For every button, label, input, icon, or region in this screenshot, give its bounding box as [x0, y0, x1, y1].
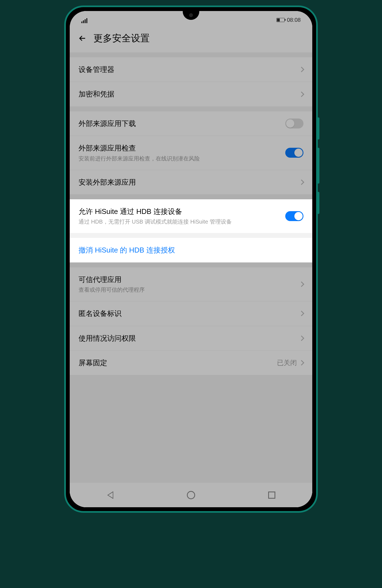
phone-frame: 08:08 更多安全设置 设备管理器 加密和凭据 [64, 6, 318, 513]
row-device-admin[interactable]: 设备管理器 [70, 57, 312, 82]
row-external-check[interactable]: 外部来源应用检查 安装前进行外部来源应用检查，在线识别潜在风险 [70, 136, 312, 170]
row-usage-access[interactable]: 使用情况访问权限 [70, 326, 312, 351]
row-title: 屏幕固定 [79, 358, 271, 368]
row-title: 设备管理器 [79, 65, 294, 74]
chevron-right-icon [299, 92, 304, 97]
chevron-right-icon [299, 360, 304, 366]
android-navbar [70, 482, 312, 507]
chevron-right-icon [299, 281, 304, 287]
nav-home-button[interactable] [180, 491, 202, 499]
toggle-hisuite-allow[interactable] [285, 211, 303, 221]
back-button[interactable] [77, 33, 87, 43]
phone-side-buttons [317, 117, 319, 222]
row-hisuite-revoke[interactable]: 撤消 HiSuite 的 HDB 连接授权 [70, 238, 312, 262]
row-title: 匿名设备标识 [79, 308, 294, 318]
row-trusted-agent[interactable]: 可信代理应用 查看或停用可信的代理程序 [70, 267, 312, 301]
toggle-external-check[interactable] [285, 148, 303, 158]
battery-icon [276, 18, 285, 22]
row-link-title: 撤消 HiSuite 的 HDB 连接授权 [79, 245, 298, 255]
row-value: 已关闭 [277, 358, 297, 367]
page-header: 更多安全设置 [70, 24, 312, 52]
nav-recent-button[interactable] [261, 492, 283, 499]
row-subtitle: 通过 HDB，无需打开 USB 调试模式就能连接 HiSuite 管理设备 [79, 218, 280, 226]
chevron-right-icon [299, 311, 304, 316]
chevron-right-icon [299, 179, 304, 185]
nav-back-button[interactable] [99, 491, 121, 499]
row-screen-pin[interactable]: 屏幕固定 已关闭 [70, 351, 312, 375]
row-hisuite-allow[interactable]: 允许 HiSuite 通过 HDB 连接设备 通过 HDB，无需打开 USB 调… [70, 199, 312, 233]
row-subtitle: 安装前进行外部来源应用检查，在线识别潜在风险 [79, 154, 280, 163]
chevron-right-icon [299, 67, 304, 72]
row-install-external[interactable]: 安装外部来源应用 [70, 170, 312, 194]
status-time: 08:08 [287, 17, 301, 23]
row-title: 使用情况访问权限 [79, 333, 294, 343]
page-title: 更多安全设置 [93, 32, 150, 45]
row-encryption[interactable]: 加密和凭据 [70, 82, 312, 106]
row-title: 外部来源应用检查 [79, 143, 280, 153]
chevron-right-icon [299, 335, 304, 341]
row-title: 安装外部来源应用 [79, 177, 294, 187]
row-title: 允许 HiSuite 通过 HDB 连接设备 [79, 206, 280, 216]
row-external-download[interactable]: 外部来源应用下载 [70, 111, 312, 136]
row-title: 加密和凭据 [79, 89, 294, 99]
toggle-external-download[interactable] [285, 119, 303, 128]
row-title: 外部来源应用下载 [79, 119, 280, 128]
row-anon-id[interactable]: 匿名设备标识 [70, 301, 312, 326]
signal-icon [81, 18, 87, 23]
row-subtitle: 查看或停用可信的代理程序 [79, 286, 294, 294]
row-title: 可信代理应用 [79, 275, 294, 284]
